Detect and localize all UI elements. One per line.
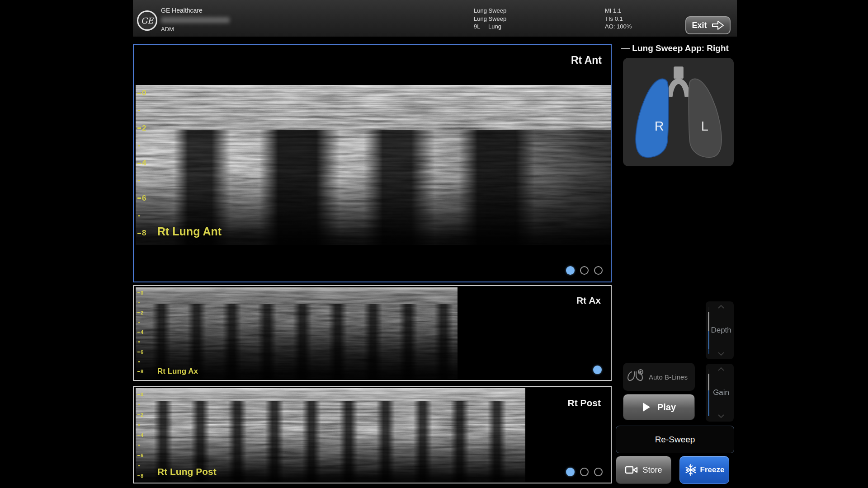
header-bar: GE GE Healthcare ADM Lung Sweep Lung Swe… (133, 0, 737, 37)
depth-mark: 6 (137, 349, 143, 355)
depth-mark: 4 (137, 329, 143, 335)
depth-middot (138, 180, 140, 181)
speckle-texture (136, 85, 611, 245)
mi-value: MI 1.1 (605, 7, 632, 15)
brand-text: GE Healthcare (161, 7, 203, 14)
depth-track (708, 307, 709, 354)
left-lung-shape[interactable] (689, 79, 722, 158)
lungs-plus-icon (627, 369, 645, 385)
sweep-dot-filled (566, 266, 575, 275)
freeze-label: Freeze (700, 465, 725, 474)
ultrasound-screen: GE GE Healthcare ADM Lung Sweep Lung Swe… (133, 0, 737, 488)
freeze-button[interactable]: Freeze (679, 456, 729, 484)
depth-middot (138, 215, 140, 216)
depth-mark: 2 (137, 124, 146, 133)
depth-mark: 2 (137, 412, 143, 418)
gain-label: Gain (713, 388, 729, 397)
depth-middot (138, 465, 140, 466)
ultrasound-image-rt-ant: 02468 (136, 85, 611, 245)
lung-diagram: R L (627, 63, 730, 161)
tis-value: TIs 0.1 (605, 15, 632, 23)
annotation-label: Rt Lung Ax (157, 367, 198, 376)
depth-middot (138, 404, 140, 405)
sweep-position-dots (593, 366, 602, 374)
panel-title-rt-post: Rt Post (568, 398, 601, 408)
resweep-label: Re-Sweep (655, 435, 695, 445)
depth-label: Depth (711, 326, 731, 335)
exam-line-1: Lung Sweep (474, 7, 506, 15)
chevron-down-icon[interactable] (718, 414, 724, 418)
annotation-label: Rt Lung Ant (157, 225, 222, 238)
depth-mark: 6 (137, 453, 143, 458)
ultrasound-image-rt-ax: 02468 (136, 287, 458, 379)
exam-info: Lung Sweep Lung Sweep 9L Lung (474, 7, 506, 31)
chevron-up-icon[interactable] (718, 367, 724, 371)
right-lung-label: R (654, 119, 664, 133)
play-button[interactable]: Play (623, 394, 695, 420)
ge-monogram: GE (141, 16, 154, 25)
gain-slider[interactable]: Gain (706, 364, 734, 422)
store-button[interactable]: Store (616, 456, 671, 484)
probe-line: 9L Lung (474, 23, 506, 31)
chevron-up-icon[interactable] (718, 305, 724, 309)
panel-rt-ant[interactable]: Rt Ant 02468 Rt Lung Ant (133, 44, 612, 282)
play-icon (642, 402, 651, 412)
sweep-dot-hollow (580, 468, 589, 476)
depth-middot (138, 424, 140, 426)
depth-mark: 2 (137, 310, 143, 315)
sweep-dot-hollow (580, 266, 589, 275)
depth-ruler: 02468 (137, 89, 146, 238)
gain-track (708, 369, 709, 416)
depth-mark: 0 (137, 89, 146, 98)
depth-middot (138, 445, 140, 446)
ge-logo: GE (137, 10, 158, 31)
depth-mark: 0 (137, 290, 143, 296)
depth-mark: 6 (137, 194, 146, 203)
acoustic-indices: MI 1.1 TIs 0.1 AO: 100% (605, 7, 632, 31)
left-lung-label: L (701, 119, 708, 133)
sweep-dot-hollow (594, 266, 603, 275)
sweep-position-dots (566, 266, 603, 275)
depth-mark: 4 (137, 159, 146, 168)
depth-middot (138, 361, 140, 362)
bronchi-icon (670, 81, 688, 97)
depth-middot (138, 110, 140, 111)
redacted-patient-info (161, 17, 230, 23)
depth-mark: 0 (137, 392, 143, 397)
annotation-label: Rt Lung Post (157, 466, 217, 477)
exit-button[interactable]: Exit (685, 16, 731, 34)
exam-line-2: Lung Sweep (474, 15, 506, 23)
panel-title-rt-ax: Rt Ax (576, 295, 601, 306)
chevron-down-icon[interactable] (718, 352, 724, 356)
store-label: Store (642, 465, 662, 475)
snowflake-icon (684, 464, 697, 476)
trachea-icon (674, 66, 684, 79)
right-lung-shape[interactable] (636, 79, 669, 158)
depth-slider[interactable]: Depth (706, 301, 734, 359)
operator-id: ADM (161, 26, 174, 33)
exit-arrow-icon (712, 20, 724, 31)
resweep-button[interactable]: Re-Sweep (616, 426, 734, 453)
depth-mark: 4 (137, 432, 143, 438)
depth-middot (138, 341, 140, 343)
depth-ruler: 02468 (137, 290, 143, 374)
sweep-dot-filled (566, 468, 575, 476)
exit-label: Exit (692, 21, 707, 30)
sweep-position-dots (566, 468, 603, 476)
depth-mark: 8 (137, 369, 143, 374)
video-camera-icon (625, 465, 638, 475)
lung-selector-card: R L (623, 58, 734, 166)
probe-name: 9L (474, 23, 480, 31)
depth-middot (138, 322, 140, 323)
auto-blines-button[interactable]: Auto B-Lines (623, 363, 695, 391)
panel-title-rt-ant: Rt Ant (571, 54, 602, 66)
play-label: Play (657, 402, 676, 413)
panel-rt-post[interactable]: Rt Post 02468 Rt Lung Post (133, 386, 612, 483)
depth-ruler: 02468 (137, 392, 143, 479)
panel-rt-ax[interactable]: Rt Ax 02468 Rt Lung Ax (133, 285, 612, 381)
ao-value: AO: 100% (605, 23, 632, 31)
depth-middot (138, 145, 140, 146)
preset-name: Lung (488, 23, 501, 31)
speckle-texture (136, 287, 458, 379)
auto-blines-label: Auto B-Lines (649, 373, 688, 381)
